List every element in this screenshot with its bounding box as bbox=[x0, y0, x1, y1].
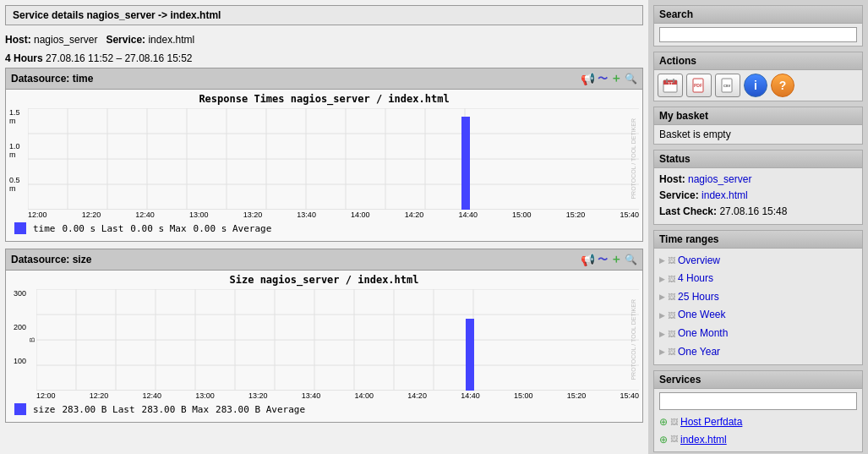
export-action-button[interactable]: CSV bbox=[715, 74, 740, 97]
service-hostperfdata-row: ⊕ 🖼 Host Perfdata bbox=[659, 413, 857, 430]
basket-text: Basket is empty bbox=[659, 129, 731, 140]
search-content bbox=[654, 24, 862, 46]
x-label-t5: 13:40 bbox=[297, 211, 316, 219]
basket-section: My basket Basket is empty bbox=[653, 107, 863, 145]
x-size-label-10: 15:20 bbox=[567, 391, 587, 400]
legend-size-last: 283.00 B Last bbox=[63, 404, 135, 415]
svg-text:CSV: CSV bbox=[723, 84, 731, 88]
datasource-time-box: Datasource: time 📢 〜 ＋ 🔍 Response Times … bbox=[5, 68, 643, 242]
search-input[interactable] bbox=[659, 27, 857, 42]
y-label-15m: 1.5 m bbox=[9, 108, 26, 125]
pulse-icon[interactable]: 〜 bbox=[598, 72, 608, 86]
x-size-label-8: 14:40 bbox=[461, 391, 480, 400]
service-value: index.html bbox=[148, 34, 194, 46]
chart-time-legend: time 0.00 s Last 0.00 s Max 0.00 s Avera… bbox=[9, 219, 639, 238]
timerange-oneyear-link[interactable]: One Year bbox=[678, 343, 720, 362]
actions-row: 17 PDF CSV bbox=[654, 70, 862, 101]
timeranges-header: Time ranges bbox=[654, 231, 862, 249]
status-content: Host: nagios_server Service: index.html … bbox=[654, 168, 862, 224]
x-label-t8: 14:40 bbox=[458, 211, 478, 219]
x-size-label-11: 15:40 bbox=[620, 391, 639, 400]
timerange-oneweek: ▶ 🖼 One Week bbox=[659, 306, 857, 325]
info-icon: i bbox=[754, 79, 757, 92]
size-watermark: PROTOCOL / TOOL DETIKER bbox=[631, 299, 636, 380]
x-size-label-4: 13:20 bbox=[248, 391, 268, 400]
x-label-t7: 14:20 bbox=[405, 211, 424, 219]
timerange-1m-arrow: ▶ bbox=[659, 327, 665, 341]
timerange-1w-arrow: ▶ bbox=[659, 309, 665, 322]
status-section: Status Host: nagios_server Service: inde… bbox=[653, 150, 863, 225]
chart-size-title: Size nagios_server / index.html bbox=[9, 274, 639, 286]
service-indexhtml-row: ⊕ 🖼 index.html bbox=[659, 431, 857, 448]
x-axis-size: 12:00 12:20 12:40 13:00 13:20 13:40 14:0… bbox=[36, 391, 639, 400]
y-label-10m: 1.0 m bbox=[9, 142, 26, 159]
timerange-oneweek-link[interactable]: One Week bbox=[678, 306, 725, 325]
x-label-t0: 12:00 bbox=[28, 211, 47, 219]
service-label: Service: bbox=[106, 34, 145, 46]
timerange-onemonth-link[interactable]: One Month bbox=[678, 325, 728, 343]
timerange-4h-arrow: ▶ bbox=[659, 272, 665, 286]
calendar-action-button[interactable]: 17 bbox=[658, 74, 683, 97]
service-hostperfdata-link[interactable]: Host Perfdata bbox=[680, 413, 742, 430]
status-lastcheck-row: Last Check: 27.08.16 15:48 bbox=[659, 204, 857, 220]
chart-size-area: Size nagios_server / index.html 300 200 … bbox=[6, 271, 642, 422]
x-size-label-0: 12:00 bbox=[36, 391, 56, 400]
status-service-label: Service: bbox=[659, 189, 699, 201]
timerange-1m-icon: 🖼 bbox=[668, 327, 675, 341]
x-size-label-5: 13:40 bbox=[302, 391, 321, 400]
datasource-size-box: Datasource: size 📢 〜 ＋ 🔍 Size nagios_ser… bbox=[5, 249, 643, 423]
services-search-input[interactable] bbox=[659, 392, 857, 410]
megaphone-size-icon[interactable]: 📢 bbox=[581, 253, 595, 266]
timerange-4hours: ▶ 🖼 4 Hours bbox=[659, 270, 857, 288]
y-label-200: 200 bbox=[14, 323, 26, 331]
legend-time-max: 0.00 s Max bbox=[130, 223, 186, 234]
megaphone-icon[interactable]: 📢 bbox=[581, 72, 595, 85]
chart-size-legend: size 283.00 B Last 283.00 B Max 283.00 B… bbox=[9, 400, 639, 418]
svg-text:PDF: PDF bbox=[694, 83, 702, 88]
host-service-info: Host: nagios_server Service: index.html bbox=[5, 30, 643, 49]
timerange-1y-arrow: ▶ bbox=[659, 345, 665, 358]
x-label-t10: 15:20 bbox=[566, 211, 586, 219]
status-host-row: Host: nagios_server bbox=[659, 172, 857, 188]
timerange-4hours-link[interactable]: 4 Hours bbox=[678, 270, 713, 288]
add-time-icon[interactable]: ＋ bbox=[610, 71, 622, 86]
host-value: nagios_server bbox=[34, 34, 97, 46]
status-host-label: Host: bbox=[659, 173, 685, 185]
legend-size-label: size bbox=[33, 404, 56, 415]
status-host-value[interactable]: nagios_server bbox=[688, 173, 751, 185]
help-action-button[interactable]: ? bbox=[771, 74, 794, 97]
timerange-onemonth: ▶ 🖼 One Month bbox=[659, 325, 857, 343]
datasource-size-title: Datasource: size bbox=[11, 254, 91, 265]
pulse-size-icon[interactable]: 〜 bbox=[598, 253, 608, 267]
chart-time-title: Response Times nagios_server / index.htm… bbox=[9, 93, 639, 105]
service-plus-icon-2: ⊕ bbox=[659, 431, 668, 448]
timerange-overview-link[interactable]: Overview bbox=[678, 252, 720, 271]
x-size-label-9: 15:00 bbox=[514, 391, 533, 400]
x-size-label-2: 12:40 bbox=[143, 391, 162, 400]
timerange-overview-icon: 🖼 bbox=[668, 254, 675, 267]
service-indexhtml-link[interactable]: index.html bbox=[680, 431, 727, 448]
info-action-button[interactable]: i bbox=[744, 74, 767, 97]
status-service-value[interactable]: index.html bbox=[701, 189, 748, 201]
service-img-icon-2: 🖼 bbox=[670, 433, 678, 446]
export-icon: CSV bbox=[719, 77, 736, 94]
svg-text:17: 17 bbox=[668, 81, 673, 86]
chart-time-area: Response Times nagios_server / index.htm… bbox=[6, 90, 642, 241]
x-label-t2: 12:40 bbox=[135, 211, 155, 219]
status-lastcheck-value: 27.08.16 15:48 bbox=[719, 205, 787, 217]
timerange-25hours-link[interactable]: 25 Hours bbox=[678, 288, 719, 307]
y-label-05m: 0.5 m bbox=[9, 176, 26, 193]
datasource-time-header: Datasource: time 📢 〜 ＋ 🔍 bbox=[6, 68, 642, 90]
legend-size-max: 283.00 B Max bbox=[142, 404, 209, 415]
legend-size-avg: 283.00 B Average bbox=[216, 404, 305, 415]
datasource-size-header: Datasource: size 📢 〜 ＋ 🔍 bbox=[6, 249, 642, 271]
add-size-icon[interactable]: ＋ bbox=[610, 252, 622, 267]
chart-size-svg bbox=[36, 289, 639, 391]
timerange-25h-icon: 🖼 bbox=[668, 290, 675, 304]
service-img-icon-1: 🖼 bbox=[670, 416, 678, 429]
time-watermark: PROTOCOL / TOOL DETIKER bbox=[631, 118, 636, 200]
pdf-action-button[interactable]: PDF bbox=[686, 74, 712, 97]
zoom-size-icon[interactable]: 🔍 bbox=[625, 254, 637, 265]
y-unit-b: B bbox=[28, 337, 36, 342]
zoom-time-icon[interactable]: 🔍 bbox=[625, 73, 637, 85]
